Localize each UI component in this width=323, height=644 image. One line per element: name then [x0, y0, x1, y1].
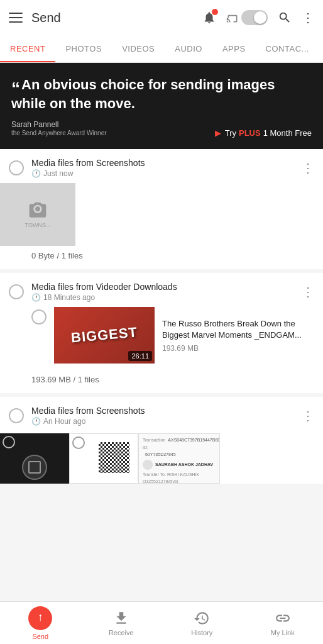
group-footer-2: 193.69 MB / 1 files	[0, 370, 323, 393]
thumbnails-1: TOWNS...	[0, 183, 323, 246]
thumb-loading-state: TOWNS...	[0, 183, 75, 246]
link-nav-icon	[275, 610, 291, 626]
group-select-radio-3[interactable]	[9, 408, 24, 423]
group-select-radio-2[interactable]	[9, 284, 24, 299]
nav-send[interactable]: ↑ Send	[0, 602, 81, 644]
nav-mylink[interactable]: My Link	[243, 602, 324, 644]
notification-icon[interactable]	[202, 11, 216, 25]
group-more-3[interactable]: ⋮	[302, 408, 314, 423]
tab-photos[interactable]: PHOTOS	[55, 35, 112, 62]
video-row: BIGGEST 26:11 The Russo Brothers Break D…	[0, 307, 323, 370]
qr-code	[97, 440, 131, 475]
more-icon[interactable]: ⋮	[302, 10, 314, 25]
bottom-nav: ↑ Send Receive History My Link	[0, 601, 323, 644]
nav-history[interactable]: History	[162, 602, 243, 644]
send-nav-icon: ↑	[28, 606, 52, 630]
thumb-icon-wrap: TOWNS...	[25, 201, 51, 228]
cast-toggle[interactable]	[226, 10, 268, 25]
tabs: RECENT PHOTOS VIDEOS AUDIO APPS CONTAC..…	[0, 35, 323, 63]
content-area: Media files from Screenshots 🕐 Just now …	[0, 149, 323, 484]
clock-icon-1: 🕐	[31, 169, 41, 178]
receive-nav-icon	[113, 610, 129, 626]
group-header-left-2: Media files from Videoder Downloads 🕐 18…	[9, 282, 177, 302]
group-footer-1: 0 Byte / 1 files	[0, 246, 323, 269]
screenshot-thumb-1	[0, 433, 69, 484]
scan-circle	[22, 455, 47, 480]
biggest-label: BIGGEST	[70, 325, 138, 347]
group-title-3: Media files from Screenshots	[31, 406, 145, 416]
banner-author: Sarah Pannell the Send Anywhere Award Wi…	[11, 120, 107, 138]
group-title-2: Media files from Videoder Downloads	[31, 282, 177, 292]
group-time-1: 🕐 Just now	[31, 169, 145, 178]
promotional-banner: An obvious choice for sending images whi…	[0, 63, 323, 149]
send-nav-label: Send	[32, 633, 48, 640]
tab-recent[interactable]: RECENT	[0, 35, 55, 62]
menu-icon[interactable]	[9, 13, 23, 23]
thumb-radio-2[interactable]	[72, 436, 85, 449]
screenshot-icon	[28, 201, 48, 221]
thumb-label: TOWNS...	[25, 222, 51, 228]
group-info-2: Media files from Videoder Downloads 🕐 18…	[31, 282, 177, 302]
search-icon[interactable]	[278, 11, 292, 25]
group-more-1[interactable]: ⋮	[302, 160, 314, 175]
history-nav-label: History	[191, 629, 212, 636]
group-header-1: Media files from Screenshots 🕐 Just now …	[0, 149, 323, 183]
scan-square	[28, 461, 41, 474]
video-title: The Russo Brothers Break Down the Bigges…	[162, 318, 317, 341]
video-thumbnail: BIGGEST 26:11	[54, 307, 155, 364]
screenshot-thumb-3: Transaction ID:AXS048C7397B15447B800 60Y…	[138, 433, 220, 484]
banner-cta-button[interactable]: ▶ Try PLUS 1 Month Free	[215, 128, 312, 138]
group-header-3: Media files from Screenshots 🕐 An Hour a…	[0, 397, 323, 431]
topbar-left: Send	[9, 11, 61, 25]
receive-nav-label: Receive	[109, 629, 134, 636]
media-group-videoder: Media files from Videoder Downloads 🕐 18…	[0, 273, 323, 393]
video-duration: 26:11	[128, 351, 152, 361]
tab-videos[interactable]: VIDEOS	[112, 35, 165, 62]
group-header-2: Media files from Videoder Downloads 🕐 18…	[0, 273, 323, 307]
media-group-screenshots-2: Media files from Screenshots 🕐 An Hour a…	[0, 397, 323, 484]
toggle-switch[interactable]	[241, 10, 268, 25]
media-group-screenshots-1: Media files from Screenshots 🕐 Just now …	[0, 149, 323, 269]
tab-audio[interactable]: AUDIO	[165, 35, 212, 62]
notification-dot	[212, 9, 218, 15]
topbar: Send ⋮	[0, 0, 323, 35]
thumb-radio-1[interactable]	[3, 436, 15, 448]
topbar-right: ⋮	[202, 10, 314, 25]
tab-contacts[interactable]: CONTAC...	[256, 35, 319, 62]
group-title-1: Media files from Screenshots	[31, 158, 145, 168]
video-select-radio[interactable]	[31, 309, 47, 325]
screenshots-thumbnails: Transaction ID:AXS048C7397B15447B800 60Y…	[0, 431, 323, 484]
group-more-2[interactable]: ⋮	[302, 284, 314, 299]
clock-icon-2: 🕐	[31, 293, 41, 302]
group-time-3: 🕐 An Hour ago	[31, 417, 145, 426]
nav-receive[interactable]: Receive	[81, 602, 162, 644]
group-select-radio-1[interactable]	[9, 160, 24, 175]
group-info-1: Media files from Screenshots 🕐 Just now	[31, 158, 145, 178]
app-title: Send	[31, 11, 61, 25]
video-info: The Russo Brothers Break Down the Bigges…	[155, 307, 323, 364]
transaction-text: Transaction ID:AXS048C7397B15447B800 60Y…	[143, 436, 216, 484]
group-header-left-3: Media files from Screenshots 🕐 An Hour a…	[9, 406, 145, 426]
banner-quote: An obvious choice for sending images whi…	[11, 75, 312, 113]
screenshot-thumb-2	[69, 433, 138, 484]
clock-icon-3: 🕐	[31, 417, 41, 426]
tab-apps[interactable]: APPS	[212, 35, 256, 62]
mylink-nav-label: My Link	[271, 629, 295, 636]
group-time-2: 🕐 18 Minutes ago	[31, 293, 177, 302]
thumbnail-loading: TOWNS...	[0, 183, 75, 246]
banner-footer: Sarah Pannell the Send Anywhere Award Wi…	[11, 120, 312, 138]
group-info-3: Media files from Screenshots 🕐 An Hour a…	[31, 406, 145, 426]
group-header-left-1: Media files from Screenshots 🕐 Just now	[9, 158, 145, 178]
history-nav-icon	[194, 610, 210, 626]
video-size: 193.69 MB	[162, 344, 317, 353]
